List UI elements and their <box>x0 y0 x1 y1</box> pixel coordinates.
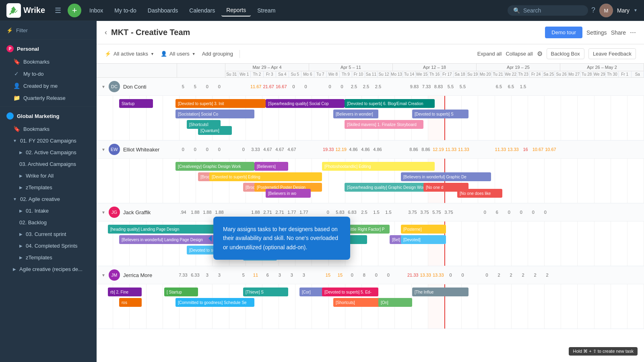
content-header: ‹ MKT - Creative Team Demo tour Settings… <box>97 21 644 44</box>
backlog-box-button[interactable]: Backlog Box <box>547 48 584 59</box>
filter-users-button[interactable]: 👤 All users ▼ <box>161 51 196 57</box>
sidebar-current-sprint[interactable]: ▶ 03. Current sprint <box>0 228 97 240</box>
bar-1-11[interactable]: [No one does like <box>457 189 502 198</box>
bar-1-0[interactable]: [Creativeegy] Graphic Design Work <box>175 162 254 171</box>
bar-0-8[interactable]: [Devoted to superb] 6. Blog/Email Creati… <box>345 99 435 108</box>
num-0-8: 16.67 <box>276 84 287 89</box>
help-button[interactable]: ? <box>591 6 595 14</box>
sidebar-wrike-for-all[interactable]: ▶ Wrike for All <box>0 170 97 182</box>
settings-button[interactable]: Settings <box>586 29 607 36</box>
num-1-19: 8.86 <box>409 147 419 152</box>
grid-col-31 <box>611 221 627 266</box>
expand-all-button[interactable]: Expand all <box>477 51 502 57</box>
logo[interactable]: Wrike <box>6 3 45 18</box>
bars-row-2: [heading quality] Landing Page Design[Be… <box>97 221 644 266</box>
row-header-3[interactable]: ▼JMJerrica More7.336.3333511633315150800… <box>97 266 644 284</box>
bar-2-11[interactable]: [Devoted] <box>401 235 446 244</box>
sidebar-filter[interactable]: ⚡ Filter <box>0 24 97 37</box>
row-nums-0: 550011.6721.6716.6700002.52.52.59.837.33… <box>178 84 553 89</box>
bar-3-9[interactable]: [The Influe <box>412 288 469 296</box>
sidebar-my-to-do[interactable]: ✓ My to-do <box>0 68 97 80</box>
row-header-2[interactable]: ▼JGJack Graffik.941.881.881.881.882.712.… <box>97 203 644 221</box>
filter-tasks-button[interactable]: ⚡ All active tasks ▼ <box>105 51 154 57</box>
user-icon-toolbar: 👤 <box>161 51 167 57</box>
nav-reports[interactable]: Reports <box>221 4 251 17</box>
bar-2-6[interactable]: [Little Right Factor] P <box>345 225 390 234</box>
search-box[interactable]: 🔍 Search <box>508 5 588 16</box>
bar-0-6[interactable]: [Believers in wonder] <box>333 110 378 118</box>
bar-1-5[interactable]: [Believers] <box>254 162 288 171</box>
bar-0-7[interactable]: [Skilled mavens] 1. Finalize Storyboard <box>345 120 423 129</box>
nav-my-to-do[interactable]: My to-do <box>109 5 141 16</box>
bar-3-0[interactable]: rb] 2. Fine <box>108 288 142 296</box>
bar-0-4[interactable]: [Quantum] <box>198 126 232 135</box>
nav-calendars[interactable]: Calendars <box>184 5 220 16</box>
bar-3-1[interactable]: ros <box>119 298 142 307</box>
sidebar-archived-campaigns[interactable]: 03. Archived Campaigns <box>0 158 97 170</box>
sidebar-agile-recipes[interactable]: ▶ Agile creative (recipes de... <box>0 263 97 275</box>
sidebar-ztemplates-2[interactable]: ▶ zTemplates <box>0 252 97 263</box>
sidebar-active-campaigns[interactable]: ▶ 02. Active Campaigns <box>0 147 97 158</box>
num-0-11 <box>313 84 323 89</box>
bar-3-2[interactable]: [ Startup <box>164 288 198 296</box>
sidebar-item-label: Quarterly Release <box>23 95 66 101</box>
hamburger-menu[interactable]: ☰ <box>55 6 61 15</box>
chevron-down-icon-users: ▼ <box>192 52 196 56</box>
collapse-all-button[interactable]: Collapse all <box>506 51 533 57</box>
sidebar-bookmarks-global[interactable]: 🔖 Bookmarks <box>0 123 97 135</box>
sidebar-global-marketing-header[interactable]: 🌐 Global Marketing <box>0 109 97 123</box>
num-0-29 <box>530 84 541 89</box>
bar-3-8[interactable]: [On] <box>378 298 412 307</box>
bar-1-9[interactable]: [Believers in wonderful] Graphic De <box>401 172 491 181</box>
sidebar-bookmarks-personal[interactable]: 🔖 Bookmarks <box>0 56 97 68</box>
sidebar-quarterly-release[interactable]: 📁 Quarterly Release <box>0 92 97 104</box>
nav-dashboards[interactable]: Dashboards <box>143 5 183 16</box>
row-name-3: Jerrica More <box>123 272 171 278</box>
bar-2-12[interactable]: [Posterne] <box>401 225 446 234</box>
date-day-0: Su 31 <box>225 71 238 77</box>
num-3-3: 3 <box>214 273 225 277</box>
sidebar-backlog[interactable]: 02. Backlog <box>0 217 97 228</box>
user-name[interactable]: Mary <box>617 7 630 14</box>
avatar-2: JG <box>109 207 120 218</box>
settings-icon-toolbar[interactable]: ⚙ <box>537 50 543 58</box>
bar-0-2[interactable]: [Socistation] Social Co <box>175 110 254 118</box>
bar-1-6[interactable]: [Believers in wo <box>266 189 311 198</box>
date-day-14: Tu 14 <box>403 71 416 77</box>
bar-3-3[interactable]: [Committed to goodness] Schedule Se <box>175 298 254 307</box>
num-1-6: 3.33 <box>250 147 261 152</box>
bar-0-1[interactable]: [Devoted to superb] 3. Init <box>175 99 266 108</box>
more-options-button[interactable]: ··· <box>630 28 636 37</box>
num-1-29: 10.67 <box>533 147 544 152</box>
nav-inbox[interactable]: Inbox <box>85 5 108 16</box>
bar-3-7[interactable]: [Devoted to superb] 5. Ed- <box>322 288 378 296</box>
sidebar-intake[interactable]: ▶ 01. Intake <box>0 205 97 217</box>
row-header-1[interactable]: ▼EWElliot Whiteaker000003.334.674.674.67… <box>97 141 644 159</box>
add-grouping-button[interactable]: Add grouping <box>202 51 233 57</box>
bar-1-7[interactable]: [Photoshootandlic] Editing <box>322 162 435 171</box>
grid-col-0 <box>97 96 113 140</box>
bar-2-0[interactable]: [heading quality] Landing Page Design <box>108 225 221 234</box>
row-nums-3: 7.336.333351163331515080021.3313.3313.33… <box>178 273 553 277</box>
bar-3-4[interactable]: [Thieve] S <box>243 288 288 296</box>
bar-0-5[interactable]: [Spearheading quality] Social Cop <box>266 99 345 108</box>
sidebar-created-by-me[interactable]: 👤 Created by me <box>0 80 97 92</box>
row-header-0[interactable]: ▼DCDon Conti550011.6721.6716.6700002.52.… <box>97 78 644 96</box>
chevron-down-icon: ▼ <box>101 85 105 89</box>
leave-feedback-button[interactable]: Leave Feedback <box>588 48 636 59</box>
back-button[interactable]: ‹ <box>105 28 107 37</box>
sidebar-completed-sprints[interactable]: ▶ 04. Completed Sprints <box>0 240 97 252</box>
sidebar-fy2020[interactable]: ▼ 01. FY 2020 Campaigns <box>0 135 97 147</box>
bar-0-9[interactable]: [Devoted to superb] S <box>412 110 469 118</box>
user-avatar[interactable]: M <box>599 4 613 17</box>
create-button[interactable]: + <box>68 4 81 17</box>
sidebar-agile-creative[interactable]: ▼ 02. Agile creative <box>0 193 97 205</box>
nav-stream[interactable]: Stream <box>252 5 280 16</box>
sidebar-ztemplates-1[interactable]: ▶ zTemplates <box>0 182 97 193</box>
sidebar-personal-header[interactable]: P Personal <box>0 42 97 56</box>
bar-1-2[interactable]: [Devoted to superb] Editing <box>209 172 322 181</box>
bar-0-0[interactable]: Startup <box>119 99 153 108</box>
share-button[interactable]: Share <box>611 29 626 36</box>
demo-tour-button[interactable]: Demo tour <box>545 27 582 38</box>
grid-col-27 <box>545 221 561 266</box>
